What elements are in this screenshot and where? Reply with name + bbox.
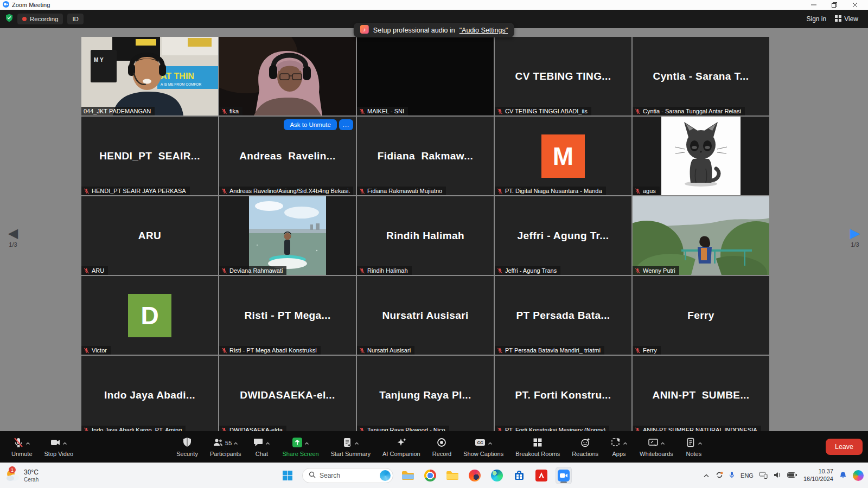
- notification-bell-icon[interactable]: [839, 471, 847, 480]
- participant-tile[interactable]: CV TEBING TING...CV TEBING TINGGI ABADI_…: [495, 37, 631, 115]
- microphone-tray-icon[interactable]: [729, 471, 735, 480]
- participant-tile[interactable]: PT Persada Bata...PT Persada Batavia Man…: [495, 276, 631, 355]
- zoom-taskbar-icon[interactable]: [556, 467, 572, 484]
- next-page-control[interactable]: ▶ 1/3: [843, 226, 867, 248]
- encryption-shield-icon[interactable]: [5, 14, 13, 24]
- chevron-up-icon[interactable]: [488, 440, 493, 446]
- toolbar-apps-button[interactable]: Apps: [604, 431, 634, 463]
- muted-mic-icon: [635, 427, 641, 432]
- toolbar-whiteboards-button[interactable]: Whiteboards: [634, 431, 679, 463]
- participant-tile[interactable]: M YAT THINA IS ME FROM COMFOR044_JKT PAD…: [81, 37, 218, 115]
- toolbar-participants-button[interactable]: 55Participants: [204, 431, 247, 463]
- file-explorer-icon[interactable]: [400, 467, 416, 484]
- recording-indicator[interactable]: Recording: [17, 14, 63, 24]
- language-indicator[interactable]: ENG: [741, 472, 754, 479]
- participant-tile[interactable]: Nursatri AusisariNursatri Ausisari: [357, 276, 494, 355]
- maximize-button[interactable]: [824, 0, 845, 10]
- prev-page-control[interactable]: ◀ 1/3: [1, 226, 25, 248]
- taskbar-clock[interactable]: 10.37 16/10/2024: [803, 468, 833, 483]
- participant-name-label: CV TEBING TINGGI ABADI_iis: [495, 107, 591, 115]
- close-button[interactable]: [845, 0, 865, 10]
- toolbar-record-button[interactable]: Record: [426, 431, 457, 463]
- participant-name-label: agus: [633, 187, 660, 195]
- participant-tile[interactable]: DWIDASAEKA-el...DWIDASAEKA-elda: [219, 356, 356, 431]
- chevron-up-icon[interactable]: [304, 440, 309, 446]
- audio-settings-link[interactable]: "Audio Settings": [459, 27, 508, 34]
- battery-icon[interactable]: [787, 472, 797, 479]
- toolbar-breakout-rooms-button[interactable]: Breakout Rooms: [509, 431, 566, 463]
- toolbar-unmute-button[interactable]: Unmute: [5, 431, 39, 463]
- meeting-id-button[interactable]: ID: [67, 14, 84, 24]
- participant-display-name: PT Persada Bata...: [495, 276, 631, 355]
- participant-tile[interactable]: ANIN-PT SUMBE...ANIN-PT SUMBER NATURAL I…: [633, 356, 769, 431]
- leave-button[interactable]: Leave: [826, 439, 863, 455]
- chevron-up-icon[interactable]: [233, 440, 238, 446]
- participant-tile[interactable]: MAIKEL - SNI: [357, 37, 494, 115]
- participant-tile[interactable]: agus: [633, 117, 769, 195]
- toolbar-share-screen-button[interactable]: Share Screen: [276, 431, 324, 463]
- chevron-up-icon[interactable]: [698, 440, 703, 446]
- toolbar-notes-button[interactable]: Notes: [679, 431, 709, 463]
- adobe-acrobat-icon[interactable]: [533, 467, 550, 484]
- edge-icon[interactable]: [489, 467, 505, 484]
- participant-tile[interactable]: Indo Jaya Abadi...Indo Jaya Abadi Kargo,…: [81, 356, 218, 431]
- toolbar-stop-video-button[interactable]: Stop Video: [39, 431, 80, 463]
- participant-tile[interactable]: Cyntia - Sarana T...Cyntia - Sarana Tung…: [633, 37, 769, 115]
- taskbar-weather-widget[interactable]: 1 30°C Cerah: [0, 468, 39, 483]
- next-page-arrow-icon[interactable]: ▶: [843, 226, 867, 240]
- minimize-button[interactable]: [803, 0, 824, 10]
- chevron-up-icon[interactable]: [62, 440, 67, 446]
- participant-tile[interactable]: FerryFerry: [633, 276, 769, 355]
- participant-tile[interactable]: Risti - PT Mega...Risti - PT Mega Abadi …: [219, 276, 356, 355]
- volume-icon[interactable]: [774, 472, 781, 479]
- muted-mic-icon: [84, 268, 90, 274]
- toolbar-start-summary-button[interactable]: Start Summary: [325, 431, 376, 463]
- toolbar-reactions-button[interactable]: Reactions: [566, 431, 604, 463]
- prev-page-arrow-icon[interactable]: ◀: [1, 226, 25, 240]
- chevron-up-icon[interactable]: [354, 440, 359, 446]
- microsoft-store-icon[interactable]: [511, 467, 527, 484]
- participant-name-label: PT. Forti Konstruksi Mesinery (Nonny): [495, 426, 609, 431]
- cast-device-icon[interactable]: [760, 472, 768, 480]
- start-button[interactable]: [279, 467, 296, 484]
- participant-display-name: CV TEBING TING...: [495, 37, 631, 115]
- participant-tile[interactable]: MPT. Digital Niaga Nusantara - Manda: [495, 117, 631, 195]
- toolbar-ai-companion-button[interactable]: AI Companion: [376, 431, 426, 463]
- chevron-up-icon[interactable]: [623, 440, 628, 446]
- muted-mic-icon: [221, 427, 227, 432]
- participant-tile[interactable]: Tanjung Raya Pl...Tanjung Raya Plywood -…: [357, 356, 494, 431]
- participant-tile[interactable]: Rindih HalimahRindih Halimah: [357, 196, 494, 275]
- participant-tile[interactable]: Andreas Ravelin...Ask to Unmute...Andrea…: [219, 117, 356, 195]
- participant-display-name: Ferry: [633, 276, 769, 355]
- tray-chevron-up-icon[interactable]: [703, 472, 710, 479]
- more-options-button[interactable]: ...: [339, 119, 353, 130]
- participant-tile[interactable]: PT. Forti Konstru...PT. Forti Konstruksi…: [495, 356, 631, 431]
- view-button[interactable]: View: [835, 15, 858, 23]
- participant-tile[interactable]: fika: [219, 37, 356, 115]
- toolbar-chat-button[interactable]: Chat: [247, 431, 276, 463]
- chevron-up-icon[interactable]: [660, 440, 665, 446]
- reactions-icon: [580, 437, 591, 449]
- participant-tile[interactable]: Deviana Rahmawati: [219, 196, 356, 275]
- search-placeholder: Search: [320, 472, 340, 479]
- chrome-icon[interactable]: [422, 467, 438, 484]
- meeting-toolbar: UnmuteStop VideoSecurity55ParticipantsCh…: [0, 431, 868, 463]
- participant-tile[interactable]: Fidiana Rakmaw...Fidiana Rakmawati Mujia…: [357, 117, 494, 195]
- firefox-icon[interactable]: [467, 467, 483, 484]
- toolbar-security-button[interactable]: Security: [170, 431, 204, 463]
- chevron-up-icon[interactable]: [265, 440, 270, 446]
- participant-tile[interactable]: DVictor: [81, 276, 218, 355]
- copilot-icon[interactable]: [853, 470, 864, 481]
- taskbar-search-box[interactable]: Search: [302, 468, 393, 483]
- ask-to-unmute-button[interactable]: Ask to Unmute: [284, 119, 336, 130]
- sign-in-button[interactable]: Sign in: [807, 15, 827, 23]
- recording-label: Recording: [30, 16, 58, 22]
- participant-tile[interactable]: Jeffri - Agung Tr...Jeffri - Agung Trans: [495, 196, 631, 275]
- participant-tile[interactable]: ARUARU: [81, 196, 218, 275]
- sync-icon[interactable]: [716, 471, 723, 480]
- chevron-up-icon[interactable]: [25, 440, 30, 446]
- participant-tile[interactable]: HENDI_PT SEAIR...HENDI_PT SEAIR JAYA PER…: [81, 117, 218, 195]
- toolbar-show-captions-button[interactable]: CCShow Captions: [457, 431, 509, 463]
- participant-tile[interactable]: Wenny Putri: [633, 196, 769, 275]
- folder-icon[interactable]: [444, 467, 461, 484]
